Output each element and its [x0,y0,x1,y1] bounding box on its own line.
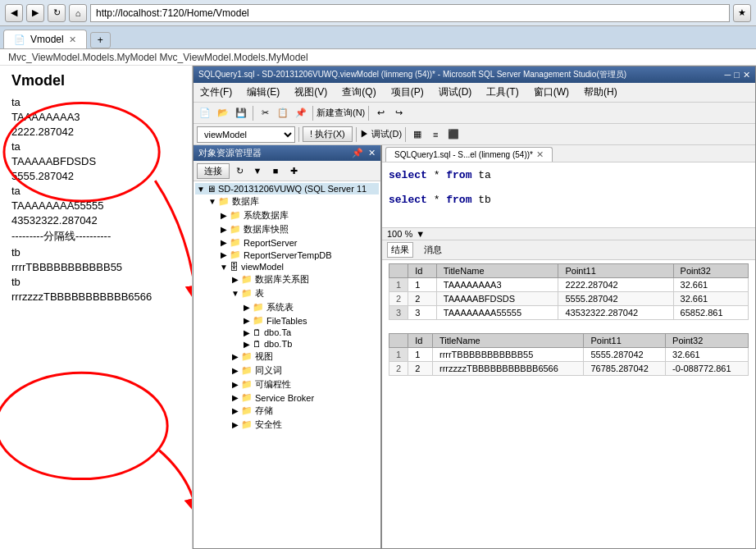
menu-project[interactable]: 项目(P) [388,85,427,100]
sql-op-1: * [434,169,447,181]
tree-expander[interactable]: ▶ [218,225,230,234]
tab-close-button[interactable]: ✕ [69,34,76,45]
folder-icon: 📁 [241,274,253,285]
forward-button[interactable]: ▶ [26,4,44,22]
sql-keyword-select-2: select [389,194,427,206]
refresh-button[interactable]: ↻ [48,4,66,22]
tree-expander[interactable]: ▶ [241,328,253,337]
refresh-tree-btn[interactable]: ↻ [231,162,248,179]
tree-expander[interactable]: ▶ [218,211,230,220]
menu-help[interactable]: 帮助(H) [581,85,621,100]
address-bar[interactable] [90,4,730,22]
tree-expander[interactable]: ▶ [230,352,241,361]
results-tab-results[interactable]: 结果 [387,242,413,258]
cut-btn[interactable]: ✂ [257,105,273,121]
new-query-btn[interactable]: 📄 [197,105,213,121]
tree-expander[interactable]: ▼ [218,263,230,272]
menu-edit[interactable]: 编辑(E) [244,85,283,100]
tree-item-reportserver[interactable]: ▶ 📁 ReportServer [195,236,379,249]
debug-label[interactable]: ▶ 调试(D) [360,128,402,140]
tree-expander[interactable]: ▶ [241,303,253,312]
tree-expander[interactable]: ▼ [207,197,218,206]
ssms-window: SQLQuery1.sql - SD-20131206VUWQ.viewMode… [193,66,756,549]
tree-item-programmability[interactable]: ▶ 📁 可编程性 [195,377,379,391]
filter-btn[interactable]: ▼ [249,162,266,179]
obj-close-icon[interactable]: ✕ [368,148,376,158]
table-row: 2 2 rrrzzzzTBBBBBBBBBBB6566 76785.287042… [389,362,749,376]
tree-expander[interactable]: ▶ [218,238,230,247]
tree-expander[interactable]: ▶ [230,275,241,284]
undo-btn[interactable]: ↩ [372,105,389,121]
tree-item-synonyms[interactable]: ▶ 📁 同义词 [195,364,379,377]
tree-item-views[interactable]: ▶ 📁 视图 [195,350,379,364]
tree-item-dbdiagram[interactable]: ▶ 📁 数据库关系图 [195,272,379,286]
ssms-close[interactable]: ✕ [743,70,750,80]
save-btn[interactable]: 💾 [233,105,249,121]
tree-item-systables[interactable]: ▶ 📁 系统表 [195,300,379,314]
cell-id: 1 [408,278,437,292]
home-button[interactable]: ⌂ [69,4,87,22]
tree-item-databases[interactable]: ▼ 📁 数据库 [195,194,379,208]
menu-window[interactable]: 窗口(W) [531,85,572,100]
tree-expander[interactable]: ▼ [195,185,207,194]
toolbar-separator [368,106,369,121]
connect-button[interactable]: 连接 [197,163,230,179]
back-button[interactable]: ◀ [5,4,23,22]
toolbar-btn-2[interactable]: ≡ [427,126,444,143]
tree-item-reportservertempdb[interactable]: ▶ 📁 ReportServerTempDB [195,249,379,261]
list-item: ta [11,96,180,108]
tree-item-dbo-tb[interactable]: ▶ 🗒 dbo.Tb [195,338,379,350]
tree-expander[interactable]: ▶ [241,340,253,349]
obj-explorer-toolbar: 连接 ↻ ▼ ■ ✚ [194,161,380,181]
tree-item-tables[interactable]: ▼ 📁 表 [195,286,379,300]
tree-expander[interactable]: ▶ [230,393,241,402]
database-select[interactable]: viewModel [197,126,295,143]
zoom-dropdown-icon[interactable]: ▼ [416,229,425,239]
browser-tab-vmodel[interactable]: 📄 Vmodel ✕ [3,30,87,48]
tree-item-server[interactable]: ▼ 🖥 SD-20131206VUWQ (SQL Server 11 [195,183,379,194]
menu-view[interactable]: 视图(V) [291,85,330,100]
tree-expander[interactable]: ▶ [230,406,241,415]
execute-button[interactable]: ! 执行(X) [303,126,353,142]
query-tab-close[interactable]: ✕ [536,149,544,160]
tree-expander[interactable]: ▶ [218,250,230,259]
tree-item-security[interactable]: ▶ 📁 安全性 [195,418,379,432]
open-btn[interactable]: 📂 [215,105,231,121]
menu-file[interactable]: 文件(F) [197,85,235,100]
menu-query[interactable]: 查询(Q) [339,85,379,100]
ssms-minimize[interactable]: ─ [725,70,731,80]
tree-expander[interactable]: ▼ [230,289,241,298]
query-tab-1[interactable]: SQLQuery1.sql - S...el (linmeng (54))* ✕ [385,147,553,162]
query-editor[interactable]: select * from ta select * from tb [382,162,755,228]
tree-expander[interactable]: ▶ [230,380,241,389]
tree-expander[interactable]: ▶ [241,316,253,325]
stop-btn[interactable]: ■ [267,162,284,179]
favorites-button[interactable]: ★ [733,4,751,22]
obj-pin-icon[interactable]: 📌 [352,148,363,158]
tree-item-storage[interactable]: ▶ 📁 存储 [195,404,379,418]
toolbar-btn-3[interactable]: ⬛ [445,126,462,143]
tree-item-servicebroker[interactable]: ▶ 📁 Service Broker [195,391,379,404]
copy-btn[interactable]: 📋 [275,105,291,121]
tree-label-security: 安全性 [255,419,282,431]
new-obj-btn[interactable]: ✚ [285,162,302,179]
tree-item-snapshot[interactable]: ▶ 📁 数据库快照 [195,222,379,236]
tree-item-dbo-ta[interactable]: ▶ 🗒 dbo.Ta [195,327,379,338]
tree-expander[interactable]: ▶ [230,420,241,429]
ssms-maximize[interactable]: □ [734,70,740,80]
paste-btn[interactable]: 📌 [293,105,309,121]
tree-label-programmability: 可编程性 [255,378,291,391]
tree-item-filetables[interactable]: ▶ 📁 FileTables [195,314,379,327]
results-tab-messages[interactable]: 消息 [420,242,446,258]
new-tab-button[interactable]: + [90,32,111,48]
tree-item-viewmodel[interactable]: ▼ 🗄 viewModel [195,261,379,272]
redo-btn[interactable]: ↪ [390,105,407,121]
tree-label-databases: 数据库 [232,195,259,208]
menu-debug[interactable]: 调试(D) [435,85,476,100]
menu-tools[interactable]: 工具(T) [483,85,521,100]
list-item: 2222.287042 [11,126,180,138]
tree-item-sysdb[interactable]: ▶ 📁 系统数据库 [195,208,379,222]
cell-titlename: TAAAAABFDSDS [436,292,558,306]
toolbar-btn-1[interactable]: ▦ [409,126,426,143]
tree-expander[interactable]: ▶ [230,366,241,375]
